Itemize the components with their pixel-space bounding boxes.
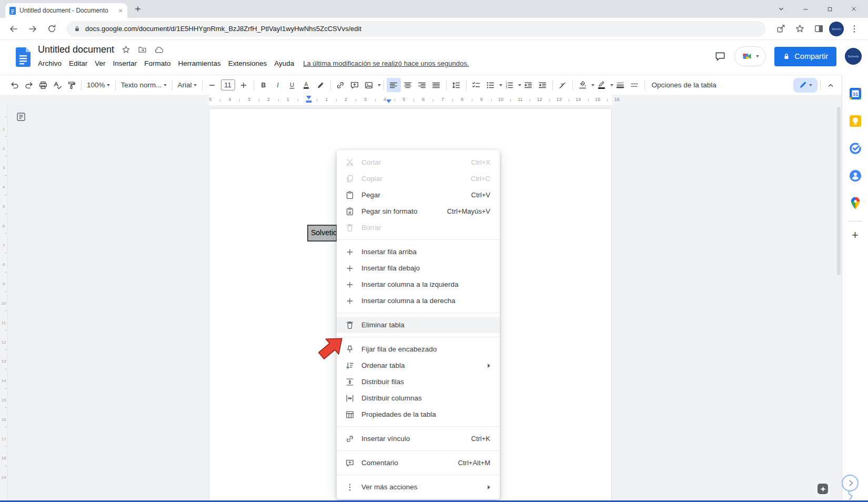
- underline-button[interactable]: U: [285, 78, 299, 92]
- menu-item-insert-column-left[interactable]: Insertar columna a la izquierda: [337, 276, 500, 293]
- align-justify-button[interactable]: [429, 78, 443, 92]
- increase-indent-button[interactable]: [536, 78, 550, 92]
- insert-comment-button[interactable]: [348, 78, 362, 92]
- bookmark-star-icon[interactable]: [791, 21, 808, 37]
- undo-button[interactable]: [7, 78, 22, 92]
- google-docs-logo[interactable]: [16, 47, 31, 69]
- share-page-icon[interactable]: [772, 21, 789, 37]
- numbered-list-button[interactable]: 123: [502, 78, 517, 92]
- move-document-icon[interactable]: [138, 45, 147, 54]
- align-left-button[interactable]: [387, 78, 401, 92]
- decrease-font-size-button[interactable]: [205, 78, 219, 92]
- menu-item-pin-header-row[interactable]: Fijar fila de encabezado: [337, 341, 500, 357]
- table-options-button[interactable]: Opciones de la tabla: [648, 81, 721, 89]
- menu-item-distribute-rows[interactable]: Distribuir filas: [337, 374, 500, 390]
- document-outline-button[interactable]: [16, 112, 26, 124]
- document-status-cloud-icon[interactable]: [154, 45, 164, 55]
- bold-button[interactable]: B: [257, 78, 271, 92]
- border-dash-button[interactable]: [628, 78, 642, 92]
- get-addons-button[interactable]: +: [845, 225, 866, 246]
- google-maps-button[interactable]: [845, 189, 866, 217]
- menu-item-comment[interactable]: ComentarioCtrl+Alt+M: [337, 455, 500, 471]
- menubar-item-5[interactable]: Herramientas: [175, 58, 225, 69]
- zoom-select[interactable]: 100%: [84, 78, 113, 92]
- document-title[interactable]: Untitled document: [38, 44, 114, 55]
- menu-item-paste-without-formatting[interactable]: Pegar sin formatoCtrl+Mayús+V: [337, 203, 500, 219]
- tab-search-icon[interactable]: [769, 0, 793, 18]
- reload-button[interactable]: [43, 21, 60, 37]
- bulleted-list-button[interactable]: [483, 78, 498, 92]
- google-keep-button[interactable]: [845, 107, 866, 135]
- menu-item-distribute-columns[interactable]: Distribuir columnas: [337, 390, 500, 406]
- border-color-button[interactable]: [594, 78, 609, 92]
- google-contacts-button[interactable]: [845, 162, 866, 189]
- vertical-scrollbar[interactable]: [837, 107, 841, 275]
- menubar-item-7[interactable]: Ayuda: [270, 58, 298, 69]
- tab-close-button[interactable]: [118, 8, 123, 13]
- address-bar[interactable]: docs.google.com/document/d/1E5HHYgnRmk_B…: [66, 21, 766, 37]
- increase-font-size-button[interactable]: [237, 78, 251, 92]
- checklist-button[interactable]: [469, 78, 483, 92]
- google-tasks-button[interactable]: [845, 135, 866, 162]
- decrease-indent-button[interactable]: [521, 78, 536, 92]
- menu-item-sort-table[interactable]: Ordenar tabla: [337, 357, 500, 374]
- menu-item-delete-table[interactable]: Eliminar tabla: [337, 317, 500, 333]
- menu-item-insert-link[interactable]: Insertar vínculoCtrl+K: [337, 430, 500, 447]
- left-indent-marker[interactable]: [306, 96, 311, 99]
- paint-format-button[interactable]: [64, 78, 78, 92]
- border-width-button[interactable]: [613, 78, 628, 92]
- menubar-item-2[interactable]: Ver: [91, 58, 109, 69]
- google-calendar-button[interactable]: 31: [845, 80, 866, 107]
- browser-tab[interactable]: Untitled document - Documento: [5, 3, 127, 18]
- close-button[interactable]: [842, 0, 866, 18]
- hide-menus-button[interactable]: [823, 78, 837, 92]
- menubar-item-6[interactable]: Extensiones: [225, 58, 271, 69]
- menu-item-insert-row-above[interactable]: Insertar fila arriba: [337, 244, 500, 260]
- italic-button[interactable]: I: [271, 78, 285, 92]
- back-button[interactable]: [5, 21, 22, 37]
- line-spacing-button[interactable]: [449, 78, 463, 92]
- highlight-color-button[interactable]: [314, 78, 328, 92]
- maximize-button[interactable]: [817, 0, 842, 18]
- menubar-item-3[interactable]: Insertar: [109, 58, 141, 69]
- spellcheck-button[interactable]: [50, 78, 64, 92]
- menubar-item-1[interactable]: Editar: [65, 58, 91, 69]
- menu-item-paste[interactable]: PegarCtrl+V: [337, 187, 500, 203]
- redo-button[interactable]: [22, 78, 36, 92]
- menu-item-insert-column-right[interactable]: Insertar columna a la derecha: [337, 293, 500, 309]
- insert-link-button[interactable]: [334, 78, 348, 92]
- font-family-select[interactable]: Arial: [175, 78, 199, 92]
- print-button[interactable]: [36, 78, 50, 92]
- open-comments-icon[interactable]: [714, 51, 726, 62]
- menubar-item-4[interactable]: Formato: [140, 58, 174, 69]
- menu-item-table-properties[interactable]: Propiedades de la tabla: [337, 406, 500, 423]
- star-document-icon[interactable]: [122, 45, 130, 54]
- side-panel-icon[interactable]: [810, 21, 827, 37]
- fill-color-button[interactable]: [576, 78, 590, 92]
- insert-image-button[interactable]: [362, 78, 376, 92]
- left-indent-bar-marker[interactable]: [306, 101, 312, 103]
- vertical-ruler[interactable]: 12345678910111213141516171819: [0, 105, 7, 500]
- browser-menu-icon[interactable]: [846, 21, 863, 37]
- paragraph-style-select[interactable]: Texto norm...: [118, 78, 169, 92]
- menu-item-insert-row-below[interactable]: Insertar fila debajo: [337, 260, 500, 276]
- text-color-button[interactable]: A: [299, 78, 314, 92]
- browser-profile-avatar[interactable]: Solvetic: [829, 22, 844, 36]
- menubar-item-0[interactable]: Archivo: [34, 58, 65, 69]
- right-indent-marker[interactable]: [386, 99, 391, 103]
- font-size-input[interactable]: 11: [221, 79, 235, 91]
- new-tab-button[interactable]: [134, 5, 142, 13]
- account-avatar[interactable]: Solvetic: [845, 48, 862, 65]
- align-center-button[interactable]: [401, 78, 415, 92]
- join-meet-button[interactable]: [734, 46, 766, 66]
- selected-table-cell[interactable]: Solvetic: [307, 225, 337, 242]
- align-right-button[interactable]: [415, 78, 429, 92]
- minimize-button[interactable]: [793, 0, 817, 18]
- horizontal-ruler[interactable]: 5432112345678910111213141516: [0, 95, 842, 105]
- last-edit-status-link[interactable]: La última modificación se realizó hace u…: [303, 59, 469, 67]
- share-button[interactable]: Compartir: [774, 47, 836, 66]
- forward-button[interactable]: [24, 21, 41, 37]
- editing-mode-button[interactable]: [793, 78, 817, 93]
- explore-button[interactable]: [815, 481, 831, 497]
- menu-item-see-more-actions[interactable]: Ver más acciones: [337, 479, 500, 495]
